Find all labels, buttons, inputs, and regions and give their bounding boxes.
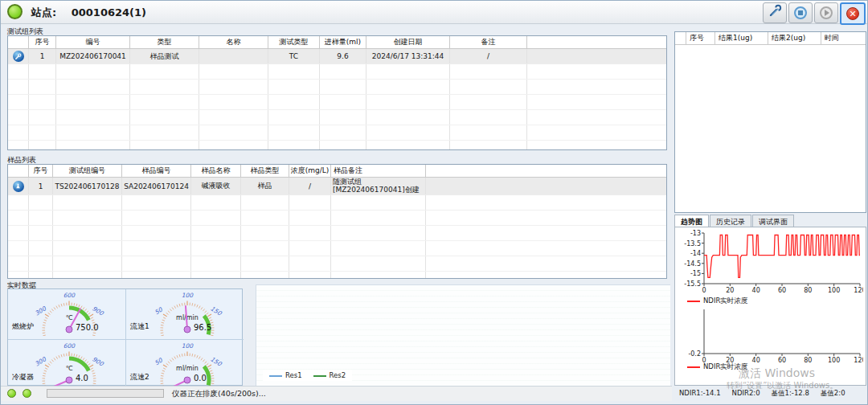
status-text: 仪器正在排废(40s/200s)... xyxy=(172,389,266,399)
gauge-value: 0.0 xyxy=(194,374,207,382)
wrench-icon xyxy=(768,4,782,22)
table-row-empty[interactable] xyxy=(8,141,666,150)
cell-seq: 1 xyxy=(29,49,56,63)
legend-res1: Res1 xyxy=(269,371,302,379)
cell-created: 2024/6/17 13:31:44 xyxy=(366,49,450,63)
svg-text:-0.2: -0.2 xyxy=(688,350,701,358)
svg-text:120: 120 xyxy=(854,357,863,364)
progress-bar xyxy=(47,389,164,398)
test-group-table[interactable]: 序号 编号 类型 名称 测试类型 进样量(ml) 创建日期 备注 1 MZ202… xyxy=(7,35,667,150)
svg-text:-14: -14 xyxy=(690,250,701,257)
svg-text:40: 40 xyxy=(752,287,760,294)
site-label: 站点: xyxy=(31,6,56,18)
gauge-流速1: 050100150200ml/min流速196.5 xyxy=(126,289,244,340)
svg-text:600: 600 xyxy=(63,342,76,350)
svg-text:-13.5: -13.5 xyxy=(684,240,701,248)
cell-conc: / xyxy=(289,178,331,194)
svg-text:60: 60 xyxy=(778,357,786,364)
close-button[interactable]: ✕ xyxy=(840,2,866,25)
toolbar: ✕ xyxy=(763,2,866,25)
gauge-流速2: 050100150200ml/min流速20.0 xyxy=(126,340,244,390)
result-table-header: 序号 结果1(ug) 结果2(ug) 时间 xyxy=(675,32,866,45)
chart2-legend: NDIR实时浓度 xyxy=(687,362,747,372)
svg-text:100: 100 xyxy=(182,342,194,350)
col-header: 测试组编号 xyxy=(53,165,122,177)
col-header: 浓度(mg/L) xyxy=(289,165,331,177)
svg-text:ml/min: ml/min xyxy=(176,365,199,372)
table-row-empty[interactable] xyxy=(8,125,666,141)
svg-text:60: 60 xyxy=(778,287,786,294)
table-row-empty[interactable] xyxy=(8,64,666,80)
cell-sample-no: SA202406170124 xyxy=(122,178,191,194)
cell-type: 样品测试 xyxy=(130,49,199,63)
ndir-trend-chart-2: 020406080100120-0.2 xyxy=(677,306,863,364)
cell-sample-name: 碱液吸收 xyxy=(191,178,241,194)
cell-name xyxy=(199,49,268,63)
svg-text:℃: ℃ xyxy=(66,365,73,372)
test-group-table-header: 序号 编号 类型 名称 测试类型 进样量(ml) 创建日期 备注 xyxy=(8,36,666,49)
cell-sample-remark: 随测试组[MZ202406170041]创建 xyxy=(331,178,426,194)
res1-line-icon xyxy=(269,375,282,377)
table-row-empty[interactable] xyxy=(8,95,666,110)
gauge-燃烧炉: 03006009001200℃燃烧炉750.0 xyxy=(8,289,126,340)
col-header: 样品编号 xyxy=(122,165,191,177)
svg-text:100: 100 xyxy=(828,357,840,364)
col-header: 样品类型 xyxy=(241,165,289,177)
col-header: 样品备注 xyxy=(331,165,426,177)
svg-text:-15: -15 xyxy=(690,270,701,277)
svg-text:100: 100 xyxy=(182,292,194,299)
test-group-icon xyxy=(13,51,24,62)
table-row-empty[interactable] xyxy=(8,272,666,279)
svg-text:50: 50 xyxy=(154,356,165,366)
gauge-label: 流速1 xyxy=(130,321,149,332)
col-header: 进样量(ml) xyxy=(320,36,366,48)
cell-no: MZ202406170041 xyxy=(56,49,130,63)
stop-button[interactable] xyxy=(788,2,813,23)
start-button[interactable] xyxy=(814,2,838,23)
svg-text:20: 20 xyxy=(726,287,734,294)
col-header: 名称 xyxy=(199,36,268,48)
title-bar: 站点: 00010624(1) ✕ xyxy=(1,1,868,24)
cell-volume: 9.6 xyxy=(320,49,366,63)
tools-button[interactable] xyxy=(763,2,787,23)
realtime-gauges-panel: 03006009001200℃燃烧炉750.0050100150200ml/mi… xyxy=(7,288,243,386)
sample-table-header: 序号 测试组编号 样品编号 样品名称 样品类型 浓度(mg/L) 样品备注 xyxy=(8,165,666,178)
col-header: 创建日期 xyxy=(366,36,450,48)
chart1-legend: NDIR实时浓度 xyxy=(687,297,747,306)
result-table[interactable]: 序号 结果1(ug) 结果2(ug) 时间 xyxy=(674,31,866,213)
sample-table[interactable]: 序号 测试组编号 样品编号 样品名称 样品类型 浓度(mg/L) 样品备注 1 … xyxy=(7,164,667,279)
col-header: 编号 xyxy=(56,36,130,48)
table-row-empty[interactable] xyxy=(8,211,666,226)
table-row-empty[interactable] xyxy=(8,256,666,272)
close-icon: ✕ xyxy=(846,7,859,20)
table-row[interactable]: 1 TS202406170128 SA202406170124 碱液吸收 样品 … xyxy=(8,178,666,195)
col-header: 测试类型 xyxy=(268,36,320,48)
table-row-empty[interactable] xyxy=(8,241,666,256)
gauge-value: 4.0 xyxy=(76,374,88,382)
table-row-empty[interactable] xyxy=(8,226,666,241)
svg-text:120: 120 xyxy=(854,287,863,294)
result-chart-area: Res1 Res2 xyxy=(256,284,670,386)
sample-icon xyxy=(13,181,24,192)
legend-res2: Res2 xyxy=(313,371,346,379)
col-header: 序号 xyxy=(29,36,56,48)
svg-text:1200: 1200 xyxy=(93,335,107,336)
svg-text:0: 0 xyxy=(702,287,706,294)
gauge-value: 96.5 xyxy=(194,323,211,332)
col-header: 序号 xyxy=(29,165,53,177)
svg-text:-14.5: -14.5 xyxy=(684,260,701,268)
gauge-value: 750.0 xyxy=(76,323,99,332)
svg-text:-15.5: -15.5 xyxy=(684,280,701,288)
col-header: 时间 xyxy=(821,32,866,44)
table-row-empty[interactable] xyxy=(8,110,666,125)
col-header: 类型 xyxy=(130,36,199,48)
table-row-empty[interactable] xyxy=(8,195,666,211)
table-row[interactable]: 1 MZ202406170041 样品测试 TC 9.6 2024/6/17 1… xyxy=(8,49,666,64)
page-title: 站点: 00010624(1) xyxy=(31,6,146,20)
ndir-line-icon xyxy=(687,366,700,368)
gauge-冷凝器: 03006009001200℃冷凝器4.0 xyxy=(8,340,126,390)
svg-text:900: 900 xyxy=(91,305,105,317)
result-chart-legend: Res1 Res2 xyxy=(263,370,352,381)
table-row-empty[interactable] xyxy=(8,80,666,95)
col-header: 结果2(ug) xyxy=(768,32,821,44)
